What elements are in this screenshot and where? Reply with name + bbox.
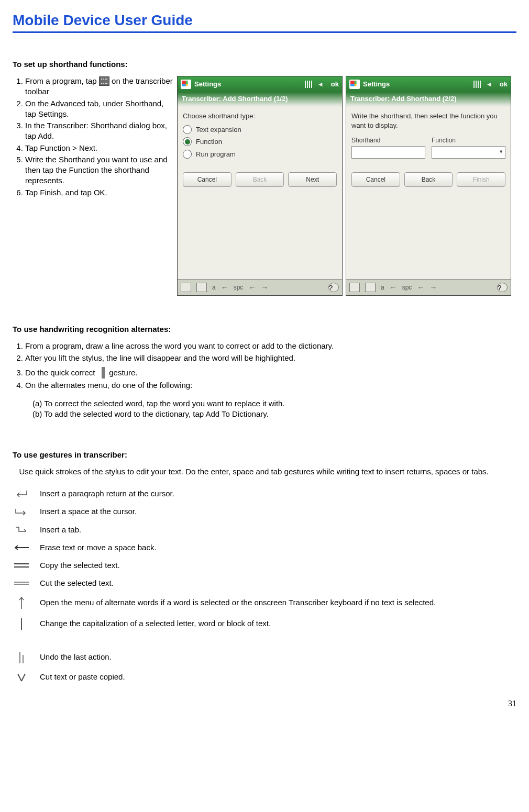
toolbar-spc[interactable]: spc [234,283,244,292]
section2-sublist: (a) To correct the selected word, tap th… [13,398,516,420]
start-icon[interactable] [181,80,191,89]
titlebar-text: Settings [194,80,221,89]
list-item: Tap Function > Next. [25,143,173,153]
ok-button[interactable]: ok [500,80,508,89]
radio-function[interactable]: Function [183,137,337,147]
enter-gesture-icon [13,490,30,498]
section2-steps: From a program, draw a line across the w… [13,341,516,363]
radio-label: Text expansion [196,125,241,135]
toolbar-a[interactable]: a [212,283,216,292]
dialog-subtitle: Transcriber: Add Shorthand (2/2) [346,92,511,106]
titlebar: Settings ok [346,76,511,92]
cancel-button[interactable]: Cancel [351,172,400,187]
section1-steps: From a program, tap on the transcriber t… [13,76,173,198]
section3-heading: To use gestures in transcriber: [13,450,516,460]
signal-icon [473,81,482,88]
toolbar-icon[interactable] [181,283,191,292]
toolbar-icon[interactable] [196,283,207,292]
screenshot-add-shorthand-2: Settings ok Transcriber: Add Shorthand (… [346,76,511,296]
gesture-desc: Change the capitalization of a selected … [40,618,271,629]
list-item: On the alternates menu, do one of the fo… [25,380,516,391]
gesture-desc: Insert a paraqraph return at the cursor. [40,488,174,499]
volume-icon [316,81,325,88]
list-item: (b) To add the selected word to the dict… [32,409,516,419]
ok-button[interactable]: ok [331,80,339,89]
section3-intro: Use quick strokes of the stylus to edit … [13,466,516,477]
input-toolbar: a ← spc ← → ? [346,279,511,295]
gesture-desc: Undo the last action. [40,652,112,662]
back-button: Back [236,172,284,187]
space-gesture-icon [13,507,30,516]
radio-icon [183,125,192,134]
section2-steps-cont: Do the quick correct gesture. On the alt… [13,368,516,391]
radio-label: Function [196,137,222,147]
list-item: From a program, draw a line across the w… [25,341,516,351]
dialog-subtitle: Transcriber: Add Shorthand (1/2) [178,92,342,106]
gesture-desc: Insert a tab. [40,525,81,535]
gesture-desc: Cut the selected text. [40,578,114,588]
input-toolbar: a ← spc ← → ? [178,279,342,295]
list-item: From a program, tap on the transcriber t… [25,76,173,97]
tab-gesture-icon [13,526,30,534]
arrow-right-icon[interactable]: → [261,283,268,293]
help-icon[interactable]: ? [328,283,339,292]
finish-button: Finish [457,172,505,187]
back-button[interactable]: Back [404,172,453,187]
arrow-left-icon[interactable]: ← [417,283,424,293]
gesture-desc: Open the menu of alternate words if a wo… [40,597,436,608]
shorthand-label: Shorthand [351,136,425,144]
function-select[interactable] [432,146,505,159]
list-item: After you lift the stylus, the line will… [25,353,516,363]
toolbar-a[interactable]: a [381,283,384,292]
quick-correct-gesture-icon [102,367,105,379]
section1-heading: To set up shorthand functions: [13,59,516,70]
prompt-text: Choose shorthand type: [183,112,337,121]
list-item: (a) To correct the selected word, tap th… [32,398,516,409]
prompt-text: Write the shorthand, then select the fun… [351,112,505,130]
gesture-desc: Copy the selected text. [40,560,120,571]
help-icon[interactable]: ? [497,283,508,292]
keyboard-icon [99,76,109,86]
arrow-left-icon[interactable]: ← [248,283,256,293]
signal-icon [305,81,313,88]
arrow-left-icon[interactable]: ← [390,283,397,293]
shorthand-input[interactable] [351,146,425,159]
function-label: Function [432,136,505,144]
page-title: Mobile Device User Guide [13,10,516,33]
cancel-button[interactable]: Cancel [183,172,232,187]
titlebar: Settings ok [178,76,342,92]
arrow-left-icon[interactable]: ← [221,283,228,293]
case-gesture-icon [13,617,30,631]
copy-gesture-icon [13,562,30,569]
alternates-gesture-icon [13,596,30,610]
radio-text-expansion[interactable]: Text expansion [183,125,337,135]
start-icon[interactable] [349,80,360,89]
gesture-desc: Cut text or paste copied. [40,672,125,682]
toolbar-icon[interactable] [349,283,360,292]
toolbar-icon[interactable] [365,283,376,292]
radio-label: Run program [196,150,236,159]
next-button[interactable]: Next [288,172,337,187]
section2-heading: To use handwriting recognition alternate… [13,324,516,335]
list-item: Write the Shorthand you want to use and … [25,154,173,186]
titlebar-text: Settings [363,80,390,89]
volume-icon [485,81,493,88]
radio-icon [183,137,192,146]
backspace-gesture-icon [13,544,30,551]
list-item: On the Advanced tab, under Shorthand, ta… [25,98,173,120]
gesture-desc: Erase text or move a space back. [40,542,157,553]
list-item: Tap Finish, and tap OK. [25,187,173,198]
list-item: Do the quick correct gesture. [25,368,516,379]
undo-gesture-icon [13,651,30,664]
list-item: In the Transcriber: Shorthand dialog box… [25,120,173,142]
radio-icon [183,150,192,159]
radio-run-program[interactable]: Run program [183,150,337,159]
arrow-right-icon[interactable]: → [429,283,437,293]
gesture-desc: Insert a space at the cursor. [40,506,137,517]
page-number: 31 [13,698,516,709]
paste-gesture-icon [13,672,30,682]
toolbar-spc[interactable]: spc [402,283,412,292]
cut-gesture-icon [13,580,30,586]
screenshot-add-shorthand-1: Settings ok Transcriber: Add Shorthand (… [177,76,343,296]
